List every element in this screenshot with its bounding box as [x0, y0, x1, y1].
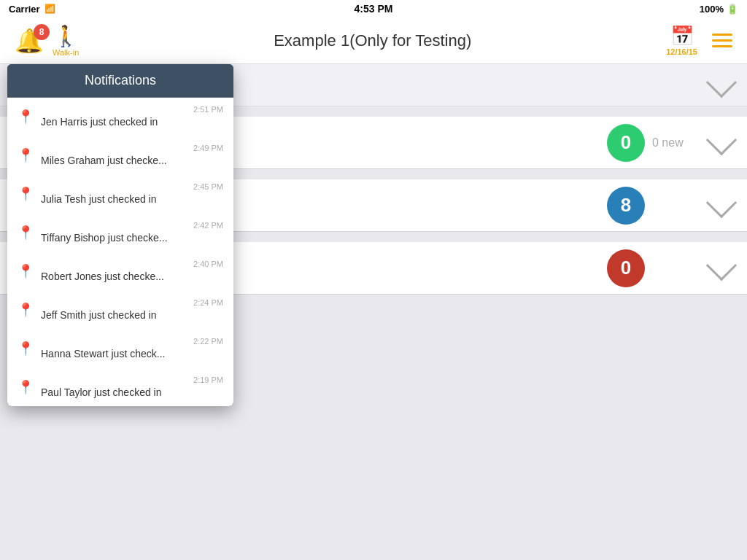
calendar-icon: 📅: [670, 25, 694, 47]
bell-button[interactable]: 🔔 8: [15, 27, 44, 55]
red-badge: 0: [607, 249, 645, 287]
notifications-panel: Notifications 📍 2:51 PM Jen Harris just …: [7, 64, 233, 406]
notification-item[interactable]: 📍 2:22 PM Hanna Stewart just check...: [7, 330, 233, 368]
blue-badge: 8: [607, 187, 645, 225]
location-pin-icon: 📍: [18, 341, 34, 357]
notifications-list: 📍 2:51 PM Jen Harris just checked in 📍 2…: [7, 98, 233, 406]
status-left: Carrier 📶: [9, 4, 55, 15]
menu-line-2: [712, 39, 732, 42]
wifi-icon: 📶: [44, 4, 55, 14]
notifications-header: Notifications: [7, 64, 233, 98]
notif-content: 2:24 PM Jeff Smith just checked in: [41, 298, 223, 322]
notification-item[interactable]: 📍 2:51 PM Jen Harris just checked in: [7, 98, 233, 136]
status-time: 4:53 PM: [355, 3, 393, 15]
nav-title: Example 1(Only for Testing): [274, 31, 471, 50]
notif-text: Robert Jones just checke...: [41, 271, 164, 282]
notif-content: 2:49 PM Miles Graham just checke...: [41, 144, 223, 167]
bell-badge: 8: [34, 24, 50, 40]
notif-time: 2:45 PM: [41, 182, 223, 191]
notification-item[interactable]: 📍 2:40 PM Robert Jones just checke...: [7, 252, 233, 291]
notif-text: Jen Harris just checked in: [41, 116, 158, 128]
location-pin-icon: 📍: [18, 109, 34, 125]
walkin-label: Walk-in: [53, 48, 79, 57]
activity-chevron[interactable]: [706, 66, 737, 97]
status-bar: Carrier 📶 4:53 PM 100% 🔋: [0, 0, 747, 18]
notif-content: 2:51 PM Jen Harris just checked in: [41, 105, 223, 128]
notif-content: 2:19 PM Paul Taylor just checked in: [41, 376, 223, 399]
reservations-badge: 0: [607, 124, 645, 162]
nav-bar: 🔔 8 🚶 Walk-in Example 1(Only for Testing…: [0, 18, 747, 64]
notif-content: 2:42 PM Tiffany Bishop just checke...: [41, 221, 223, 244]
calendar-button[interactable]: 📅 12/16/15: [666, 25, 697, 56]
notif-text: Hanna Stewart just check...: [41, 348, 165, 359]
notif-time: 2:22 PM: [41, 337, 223, 346]
calendar-date: 12/16/15: [666, 47, 697, 56]
blue-chevron[interactable]: [706, 187, 737, 217]
reservations-chevron[interactable]: [706, 124, 737, 155]
location-pin-icon: 📍: [18, 379, 34, 395]
location-pin-icon: 📍: [18, 186, 34, 202]
menu-line-1: [712, 34, 732, 36]
notif-time: 2:40 PM: [41, 260, 223, 268]
notif-text: Jeff Smith just checked in: [41, 309, 156, 321]
menu-button[interactable]: [712, 34, 732, 47]
carrier-label: Carrier: [9, 4, 40, 15]
notif-text: Tiffany Bishop just checke...: [41, 232, 168, 244]
location-pin-icon: 📍: [18, 147, 34, 163]
notification-item[interactable]: 📍 2:49 PM Miles Graham just checke...: [7, 136, 233, 175]
nav-right: 📅 12/16/15: [666, 25, 732, 56]
menu-line-3: [712, 45, 732, 47]
notif-time: 2:19 PM: [41, 376, 223, 384]
notif-time: 2:24 PM: [41, 298, 223, 307]
notif-text: Miles Graham just checke...: [41, 155, 167, 166]
notif-time: 2:42 PM: [41, 221, 223, 230]
notif-content: 2:22 PM Hanna Stewart just check...: [41, 337, 223, 360]
battery-label: 100%: [700, 4, 724, 15]
notification-item[interactable]: 📍 2:24 PM Jeff Smith just checked in: [7, 291, 233, 330]
battery-icon: 🔋: [727, 4, 738, 15]
nav-left: 🔔 8 🚶 Walk-in: [15, 24, 79, 57]
notif-text: Julia Tesh just checked in: [41, 193, 157, 205]
walkin-icon: 🚶: [53, 24, 79, 48]
reservations-new: 0 new: [652, 136, 696, 149]
location-pin-icon: 📍: [18, 302, 34, 318]
notification-item[interactable]: 📍 2:45 PM Julia Tesh just checked in: [7, 175, 233, 214]
notif-content: 2:45 PM Julia Tesh just checked in: [41, 182, 223, 206]
notif-time: 2:51 PM: [41, 105, 223, 114]
location-pin-icon: 📍: [18, 263, 34, 279]
location-pin-icon: 📍: [18, 225, 34, 241]
notification-item[interactable]: 📍 2:19 PM Paul Taylor just checked in: [7, 368, 233, 406]
notif-text: Paul Taylor just checked in: [41, 386, 162, 398]
red-chevron[interactable]: [706, 249, 737, 280]
status-right: 100% 🔋: [700, 4, 738, 15]
notif-content: 2:40 PM Robert Jones just checke...: [41, 260, 223, 283]
walkin-button[interactable]: 🚶 Walk-in: [53, 24, 79, 57]
notif-time: 2:49 PM: [41, 144, 223, 152]
notification-item[interactable]: 📍 2:42 PM Tiffany Bishop just checke...: [7, 214, 233, 252]
